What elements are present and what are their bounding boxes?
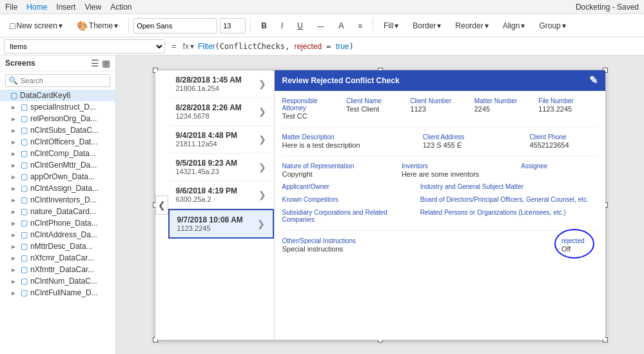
list-view-icon[interactable]: ☰ [91, 58, 99, 68]
tree-item-7[interactable]: ► ▢ appOrOwn_Data... [0, 171, 115, 182]
expand-icon: ► [10, 185, 17, 192]
tree-item-5[interactable]: ► ▢ nClntComp_Data... [0, 148, 115, 159]
field-assignee: Assignee [521, 162, 597, 170]
tree-item-11[interactable]: ► ▢ nClntPhone_Data... [0, 217, 115, 229]
detail-row-6: Subsidiary Corporations and Related Comp… [282, 209, 598, 224]
gallery-arrow-icon: ❯ [259, 190, 266, 200]
border-button[interactable]: Border ▾ [407, 17, 447, 35]
tree-item-3[interactable]: ► ▢ nClntSubs_DataC... [0, 124, 115, 136]
font-family-input[interactable] [133, 18, 217, 34]
align-text-button[interactable]: ≡ [353, 17, 368, 35]
expand-icon: ► [10, 173, 17, 181]
tree-item-15[interactable]: ► ▢ nXfmttr_DataCar... [0, 264, 115, 275]
gallery-date-1: 8/28/2018 2:26 AM [176, 103, 259, 112]
expand-icon: ► [10, 162, 17, 169]
form-icon: ▢ [21, 114, 28, 123]
tree-item-6[interactable]: ► ▢ nClntGenMttr_Da... [0, 159, 115, 171]
items-dropdown[interactable]: Items [4, 39, 165, 54]
underline-button[interactable]: U [291, 17, 309, 35]
tree-item-12[interactable]: ► ▢ nClntAddress_Da... [0, 229, 115, 241]
chevron-down-icon: ▾ [485, 21, 489, 30]
form-icon: ▢ [21, 195, 28, 204]
bold-button[interactable]: B [255, 17, 273, 35]
theme-button[interactable]: 🎨 Theme ▾ [71, 17, 124, 35]
edit-icon[interactable]: ✎ [589, 74, 598, 86]
tree-item-17[interactable]: ► ▢ nClntFullName_D... [0, 287, 115, 299]
value-client-name: Test Client [346, 105, 405, 113]
menu-insert[interactable]: Insert [56, 3, 75, 12]
search-input[interactable] [21, 77, 107, 84]
group-button[interactable]: Group ▾ [533, 17, 571, 35]
gallery-item-2[interactable]: 9/4/2018 4:48 PM 21811.12a54 ❯ [168, 126, 274, 153]
new-screen-icon: □ [10, 21, 15, 31]
tree-item-4[interactable]: ► ▢ nClntOfficers_Dat... [0, 136, 115, 148]
field-other-instructions: Other/Special Instructions Special instr… [282, 237, 410, 253]
form-icon: ▢ [21, 103, 28, 112]
gallery-item-0[interactable]: 8/28/2018 1:45 AM 21806.1a.254 ❯ [168, 70, 274, 98]
align-button[interactable]: Align ▾ [497, 17, 531, 35]
tree-item-datacardkey6[interactable]: ▢ DataCardKey6 [0, 90, 115, 101]
value-inventors: Here are some inventors [402, 170, 516, 178]
gallery-arrow-icon: ❯ [259, 106, 266, 117]
font-size-input[interactable] [220, 18, 246, 34]
gallery-item-1[interactable]: 8/28/2018 2:26 AM 1234.5678 ❯ [168, 98, 274, 126]
tree-item-label: nClntGenMttr_Da... [30, 161, 97, 170]
formula-content[interactable]: Filter(ConflictChecks, rejected = true) [198, 42, 640, 51]
menu-view[interactable]: View [84, 3, 101, 12]
field-applicant: Applicant/Owner [282, 183, 415, 191]
reorder-button[interactable]: Reorder ▾ [449, 17, 494, 35]
italic-button[interactable]: I [275, 17, 289, 35]
tree-item-label: nClntOfficers_Dat... [30, 137, 97, 146]
chevron-down-icon: ▾ [190, 42, 194, 51]
tree-item-label: nXfcmr_DataCar... [30, 253, 94, 262]
grid-view-icon[interactable]: ▦ [102, 58, 110, 68]
gallery-item-5[interactable]: 9/7/2018 10:08 AM 1123.2245 ❯ [168, 209, 274, 239]
tree-item-8[interactable]: ► ▢ nClntAssign_Data... [0, 182, 115, 194]
label-subsidiary: Subsidiary Corporations and Related Comp… [282, 209, 415, 223]
menu-file[interactable]: File [5, 3, 17, 12]
sidebar-title: Screens [5, 59, 35, 68]
tree-item-label: nClntInventors_D... [30, 195, 97, 204]
strikethrough-button[interactable]: ― [311, 17, 330, 35]
menu-home[interactable]: Home [26, 3, 47, 12]
formula-keyword: Filter [198, 42, 215, 51]
label-assignee: Assignee [521, 162, 597, 170]
gallery-id-2: 21811.12a54 [176, 140, 259, 148]
tree-item-2[interactable]: ► ▢ relPersonOrg_Da... [0, 113, 115, 124]
gallery-item-3[interactable]: 9/5/2018 9:23 AM 14321.45a.23 ❯ [168, 153, 274, 181]
gallery-date-0: 8/28/2018 1:45 AM [176, 75, 259, 84]
expand-icon: ► [10, 127, 17, 134]
form-icon: ▢ [21, 277, 28, 286]
menu-action[interactable]: Action [110, 3, 132, 12]
label-matter-number: Matter Number [474, 97, 533, 104]
chevron-down-icon: ▾ [114, 21, 118, 30]
formula-value: true [336, 42, 349, 51]
fill-button[interactable]: Fill ▾ [378, 17, 404, 35]
expand-icon: ► [10, 266, 17, 273]
label-file-number: File Number [538, 97, 597, 104]
field-related: Related Persons or Organizations (Licens… [420, 209, 598, 217]
expand-icon: ► [10, 139, 17, 146]
detail-panel: Review Rejected Conflict Check ✎ Respons… [275, 70, 605, 340]
gallery-item-4[interactable]: 9/6/2018 4:19 PM 6300.25a.2 ❯ [168, 181, 274, 209]
tree-item-13[interactable]: ► ▢ nMttrDesc_Data... [0, 241, 115, 252]
main-area: Screens ☰ ▦ 🔍 ▢ DataCardKey6 ► ▢ special… [0, 55, 644, 354]
tree-item-10[interactable]: ► ▢ nature_DataCard... [0, 206, 115, 217]
label-applicant: Applicant/Owner [282, 183, 415, 190]
tree-item-14[interactable]: ► ▢ nXfcmr_DataCar... [0, 252, 115, 264]
new-screen-button[interactable]: □ New screen ▾ [4, 17, 68, 35]
fx-button[interactable]: fx ▾ [183, 42, 194, 51]
gallery-arrow-icon: ❯ [259, 134, 266, 144]
font-color-button[interactable]: A [333, 17, 350, 35]
tree-item-1[interactable]: ► ▢ specialInstruct_D... [0, 101, 115, 113]
formula-param: rejected [294, 42, 322, 51]
tree-item-label: nature_DataCard... [30, 207, 96, 216]
sidebar-icons: ☰ ▦ [91, 58, 110, 68]
gallery-item-content-2: 9/4/2018 4:48 PM 21811.12a54 [176, 131, 259, 148]
ribbon-divider-2 [250, 18, 251, 34]
gallery-prev-button[interactable]: ❮ [155, 195, 168, 215]
tree-item-9[interactable]: ► ▢ nClntInventors_D... [0, 194, 115, 206]
expand-icon: ► [10, 278, 17, 285]
form-icon: ▢ [21, 137, 28, 146]
tree-item-16[interactable]: ► ▢ nClntNum_DataC... [0, 275, 115, 287]
